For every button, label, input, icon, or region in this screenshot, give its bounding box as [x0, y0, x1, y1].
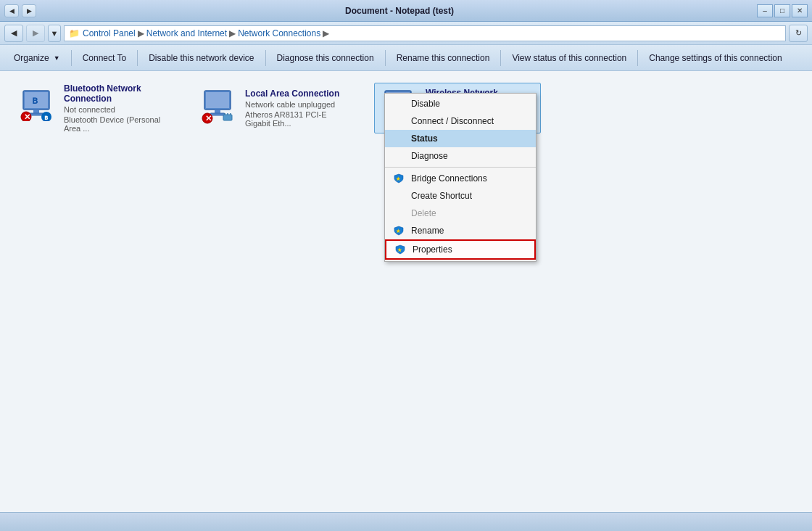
bridge-shield-icon: ★ [394, 173, 404, 184]
diagnose-btn[interactable]: Diagnose this connection [269, 48, 382, 68]
close-btn[interactable]: ✕ [792, 4, 808, 17]
organize-label: Organize [14, 53, 49, 63]
delete-label: Delete [411, 208, 436, 218]
change-settings-label: Change settings of this connection [649, 53, 782, 63]
svg-rect-2 [33, 110, 39, 113]
svg-rect-10 [206, 92, 229, 108]
network-item-bluetooth[interactable]: ʙ ✕ ʙ Bluetooth Network Connection Not c… [12, 83, 178, 133]
maximize-btn[interactable]: □ [774, 4, 790, 17]
svg-rect-11 [215, 110, 220, 113]
bluetooth-device: Bluetooth Device (Personal Area ... [64, 115, 171, 133]
back-icon: ◀ [11, 28, 17, 38]
network-item-lan[interactable]: ✕ Local Area Connection Network cable un… [193, 83, 360, 133]
svg-rect-12 [210, 113, 225, 115]
bridge-label: Bridge Connections [411, 173, 487, 184]
lan-icon-container: ✕ [200, 89, 238, 127]
lan-name: Local Area Connection [245, 88, 352, 99]
toolbar-sep-2 [137, 50, 138, 66]
connect-to-btn[interactable]: Connect To [75, 48, 135, 68]
change-settings-btn[interactable]: Change settings of this connection [641, 48, 790, 68]
create-shortcut-label: Create Shortcut [411, 191, 472, 201]
path-sep-2: ▶ [229, 28, 236, 38]
bluetooth-status: Not connected [64, 105, 171, 114]
path-sep-1: ▶ [138, 28, 144, 38]
svg-text:★: ★ [396, 176, 401, 181]
bluetooth-name: Bluetooth Network Connection [64, 83, 171, 104]
lan-info: Local Area Connection Network cable unpl… [245, 88, 352, 128]
svg-text:ʙ: ʙ [32, 94, 38, 106]
diagnose-label: Diagnose [411, 151, 448, 161]
path-network-internet[interactable]: Network and Internet [146, 28, 227, 38]
ctx-delete[interactable]: Delete [385, 205, 536, 222]
rename-label: Rename this connection [397, 53, 490, 63]
properties-shield-icon: ★ [395, 244, 405, 255]
view-status-label: View status of this connection [512, 53, 626, 63]
rename-shield-icon: ★ [394, 226, 404, 236]
toolbar-sep-5 [500, 50, 501, 66]
svg-rect-15 [223, 115, 232, 120]
toolbar-sep-4 [385, 50, 386, 66]
title-text: Document - Notepad (test) [42, 6, 757, 16]
dropdown-btn[interactable]: ▼ [48, 25, 61, 42]
disable-label: Disable this network device [149, 53, 254, 63]
svg-text:★: ★ [396, 229, 401, 234]
connect-to-label: Connect To [83, 53, 127, 63]
refresh-icon: ↻ [795, 28, 802, 38]
ctx-rename[interactable]: ★ Rename [385, 222, 536, 239]
ctx-connect-disconnect[interactable]: Connect / Disconnect [385, 112, 536, 130]
title-fwd-btn[interactable]: ▶ [22, 4, 36, 17]
organize-arrow-icon: ▼ [54, 54, 60, 62]
bluetooth-computer-icon: ʙ ✕ ʙ [19, 89, 54, 121]
rename-btn[interactable]: Rename this connection [389, 48, 498, 68]
path-sep-3: ▶ [323, 28, 329, 38]
title-back-btn[interactable]: ◀ [4, 4, 19, 17]
ctx-disable[interactable]: Disable [385, 95, 536, 112]
path-network-connections[interactable]: Network Connections [238, 28, 320, 38]
status-bar [0, 512, 812, 531]
lan-status: Network cable unplugged [245, 100, 352, 109]
disable-btn[interactable]: Disable this network device [141, 48, 262, 68]
address-bar: ◀ ▶ ▼ 📁 Control Panel ▶ Network and Inte… [0, 22, 812, 45]
bluetooth-info: Bluetooth Network Connection Not connect… [64, 83, 171, 133]
diagnose-label: Diagnose this connection [277, 53, 374, 63]
view-status-btn[interactable]: View status of this connection [504, 48, 634, 68]
forward-icon: ▶ [33, 28, 38, 38]
toolbar-sep-6 [637, 50, 638, 66]
status-label: Status [411, 133, 438, 144]
connect-disconnect-label: Connect / Disconnect [411, 116, 494, 126]
lan-device: Atheros AR8131 PCI-E Gigabit Eth... [245, 110, 352, 128]
disable-label: Disable [411, 99, 440, 109]
ctx-create-shortcut[interactable]: Create Shortcut [385, 187, 536, 205]
address-path[interactable]: 📁 Control Panel ▶ Network and Internet ▶… [64, 25, 786, 41]
forward-btn[interactable]: ▶ [26, 25, 45, 42]
ctx-bridge-connections[interactable]: ★ Bridge Connections [385, 170, 536, 187]
ctx-status[interactable]: Status [385, 130, 536, 147]
title-bar: ◀ ▶ Document - Notepad (test) – □ ✕ [0, 0, 812, 22]
back-btn[interactable]: ◀ [4, 25, 23, 42]
path-folder-icon: 📁 [69, 28, 80, 38]
properties-label: Properties [413, 244, 452, 255]
context-menu: Disable Connect / Disconnect Status Diag… [384, 93, 536, 262]
toolbar-sep-3 [265, 50, 266, 66]
main-content: ʙ ✕ ʙ Bluetooth Network Connection Not c… [0, 71, 812, 512]
refresh-btn[interactable]: ↻ [789, 25, 808, 42]
ctx-properties[interactable]: ★ Properties [385, 239, 536, 260]
svg-text:✕: ✕ [24, 112, 30, 121]
dropdown-arrow-icon: ▼ [51, 29, 59, 38]
rename-label: Rename [411, 226, 444, 236]
toolbar: Organize ▼ Connect To Disable this netwo… [0, 45, 812, 71]
path-control-panel[interactable]: Control Panel [83, 28, 136, 38]
svg-text:★: ★ [397, 247, 402, 252]
ctx-diagnose[interactable]: Diagnose [385, 147, 536, 165]
organize-btn[interactable]: Organize ▼ [6, 48, 68, 68]
lan-computer-icon: ✕ [200, 89, 238, 124]
svg-text:✕: ✕ [205, 114, 212, 123]
toolbar-sep-1 [71, 50, 72, 66]
ctx-sep-1 [385, 167, 536, 168]
minimize-btn[interactable]: – [757, 4, 773, 17]
bluetooth-icon-container: ʙ ✕ ʙ [19, 89, 57, 127]
